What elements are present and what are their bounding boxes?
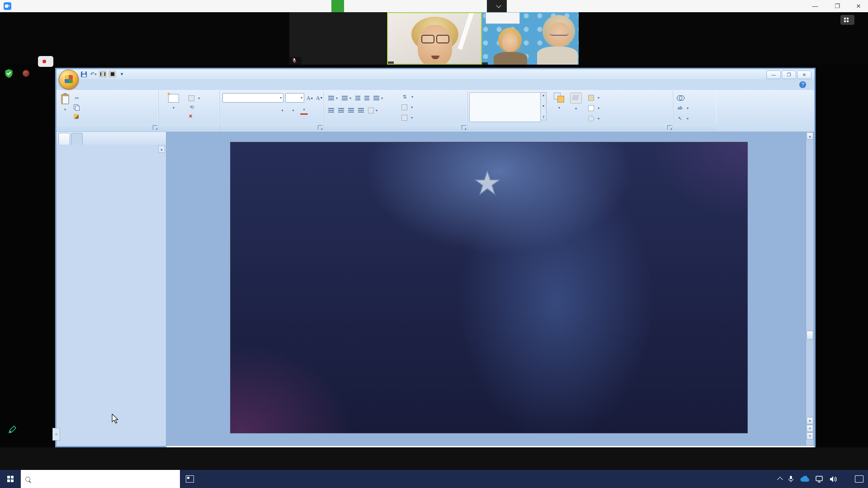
action-center-icon[interactable]	[855, 475, 863, 483]
align-left-button[interactable]	[328, 106, 334, 114]
current-slide[interactable]	[230, 142, 748, 433]
zoom-toolbar	[0, 447, 868, 470]
shapes-gallery[interactable]	[469, 92, 541, 122]
clipboard-dialog-launcher[interactable]	[153, 125, 157, 130]
tray-chevron-icon[interactable]	[778, 476, 782, 482]
quick-styles-button[interactable]: ▾	[567, 91, 585, 122]
replace-button[interactable]: ab▾	[677, 104, 717, 112]
scrollbar-thumb[interactable]	[807, 331, 813, 340]
panel-tabs	[57, 132, 166, 145]
view-settings-button[interactable]	[487, 0, 507, 12]
participant-tile-timko-active-speaker[interactable]	[387, 12, 482, 65]
previous-slide-icon[interactable]: ⏶	[807, 425, 813, 432]
pause-recording-button[interactable]	[99, 70, 107, 78]
antivirus-shield-icon[interactable]	[5, 69, 13, 80]
vertical-scrollbar[interactable]: ▲ ▼ ⏶ ⏷	[806, 132, 813, 446]
select-button[interactable]: ↖▾	[677, 114, 717, 122]
shape-fill-button[interactable]: ▾	[588, 94, 599, 102]
tab-slides[interactable]	[58, 133, 70, 145]
italic-button[interactable]	[235, 107, 243, 114]
strikethrough-button[interactable]	[257, 107, 264, 114]
font-size-combo[interactable]: ▾	[285, 93, 304, 103]
office-button[interactable]	[59, 70, 79, 89]
delete-slide-button[interactable]: ✕	[189, 112, 200, 120]
scroll-up-icon[interactable]: ▲	[807, 132, 813, 140]
tab-outline[interactable]	[71, 133, 83, 145]
maximize-button[interactable]: ❐	[830, 0, 845, 12]
find-button[interactable]	[677, 94, 717, 102]
star-shape[interactable]	[475, 170, 500, 196]
text-shadow-button[interactable]	[268, 107, 275, 114]
align-text-button[interactable]: ▾	[401, 103, 413, 111]
annotation-pencil-icon[interactable]	[6, 425, 17, 437]
arrange-button[interactable]: ▾	[551, 91, 567, 122]
new-slide-button[interactable]: ▾	[160, 92, 187, 120]
powerpoint-titlebar[interactable]	[57, 69, 814, 79]
layout-button[interactable]: ▾	[189, 94, 200, 102]
panel-close-icon[interactable]	[156, 135, 164, 142]
customize-qat-button[interactable]: ▼	[118, 70, 126, 78]
volume-icon[interactable]	[830, 476, 837, 483]
align-center-button[interactable]	[338, 106, 344, 114]
help-icon[interactable]: ?	[799, 81, 806, 88]
underline-button[interactable]	[246, 107, 254, 114]
save-button[interactable]	[80, 70, 88, 78]
copy-button[interactable]	[74, 103, 82, 111]
convert-smartart-button[interactable]: ▾	[401, 113, 413, 122]
grow-font-button[interactable]: А▲	[306, 94, 314, 102]
ppt-maximize-button[interactable]: ❐	[782, 70, 796, 79]
bold-button[interactable]	[224, 107, 232, 114]
panel-scroll-up-icon[interactable]: ▲	[158, 145, 165, 153]
tray-red-app-icon[interactable]	[23, 70, 29, 77]
reset-icon: ⟲	[189, 104, 195, 110]
windows-logo-icon	[7, 476, 14, 483]
change-case-button[interactable]: ▾	[289, 107, 297, 114]
bullets-button[interactable]: ▾	[328, 94, 338, 102]
recording-dot-icon	[42, 60, 46, 63]
decrease-indent-button[interactable]	[355, 94, 360, 102]
font-dialog-launcher[interactable]	[318, 125, 322, 130]
paragraph-dialog-launcher[interactable]	[462, 125, 466, 130]
onedrive-icon[interactable]	[800, 476, 810, 482]
taskbar-search-input[interactable]	[21, 470, 180, 488]
shapes-gallery-scrollbar[interactable]: ▲▼⊽	[541, 92, 547, 120]
drawing-dialog-launcher[interactable]	[667, 125, 672, 130]
undo-button[interactable]: ↶▾	[90, 70, 97, 78]
tray-mic-icon[interactable]	[788, 475, 794, 483]
network-display-icon[interactable]	[816, 476, 824, 483]
ppt-close-button[interactable]: ✕	[797, 70, 811, 79]
font-color-button[interactable]: ▾	[300, 106, 308, 115]
next-slide-icon[interactable]: ⏷	[807, 432, 813, 440]
shape-effects-button[interactable]: ▾	[588, 114, 599, 122]
paste-button[interactable]: ▾	[58, 92, 72, 120]
ppt-minimize-button[interactable]: —	[766, 70, 781, 79]
close-button[interactable]: ✕	[851, 0, 866, 12]
numbering-button[interactable]: ▾	[342, 94, 351, 102]
glasses	[421, 35, 449, 42]
task-view-button[interactable]	[180, 470, 200, 488]
participant-tile-oakalugina[interactable]	[289, 12, 386, 65]
scroll-down-icon[interactable]: ▼	[807, 417, 813, 424]
format-painter-button[interactable]	[74, 112, 82, 120]
start-button[interactable]	[0, 470, 21, 488]
cut-button[interactable]: ✂	[74, 94, 82, 102]
shape-outline-button[interactable]: ▾	[588, 104, 599, 112]
columns-button[interactable]: ▾	[368, 106, 377, 114]
shrink-font-button[interactable]: А▼	[316, 94, 323, 102]
stop-recording-button[interactable]	[108, 70, 116, 78]
zoom-view-button[interactable]	[840, 15, 854, 25]
powerpoint-window: ↶▾ ▼ — ❐ ✕ ? ▾ ✂	[55, 68, 816, 447]
character-spacing-button[interactable]: ▾	[278, 107, 286, 114]
line-spacing-button[interactable]: ▾	[373, 94, 383, 102]
copy-icon	[74, 104, 79, 110]
increase-indent-button[interactable]	[364, 94, 369, 102]
text-direction-button[interactable]: ⇅▾	[401, 93, 413, 101]
pane-splitter-grip[interactable]: ≡	[52, 428, 60, 441]
align-right-button[interactable]	[348, 106, 354, 114]
justify-button[interactable]	[358, 106, 364, 114]
participant-tile-bseu[interactable]	[482, 12, 579, 65]
reset-button[interactable]: ⟲	[189, 103, 200, 111]
font-name-combo[interactable]: ▾	[222, 93, 283, 103]
zoom-titlebar	[0, 0, 868, 13]
minimize-button[interactable]: —	[807, 0, 823, 12]
